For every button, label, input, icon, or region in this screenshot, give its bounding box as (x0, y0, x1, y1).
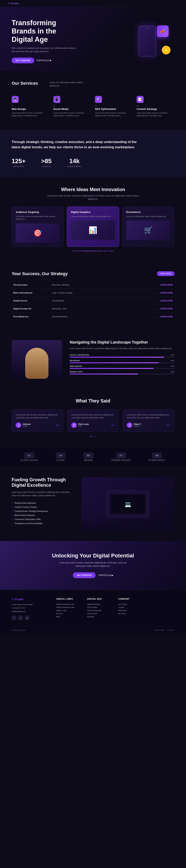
client-4: Digital Escape Art (11, 305, 51, 312)
unlock-get-started-button[interactable]: GET STARTED (73, 572, 95, 578)
ideas-cta-link[interactable]: Get custom Digital Marketing service. Ge… (74, 250, 114, 252)
testimonial-card-1: Lorem ipsum dolor sit amet, consectetur … (11, 409, 63, 432)
footer-link[interactable]: Contact (118, 606, 143, 609)
service-name-3: SEO Optimization (95, 107, 133, 111)
navigating-title: Navigating the Digital Landscape Togethe… (70, 340, 175, 344)
footer-link[interactable]: Digital Marketing (87, 603, 113, 606)
testimonials-section: What They Said Lorem ipsum dolor sit ame… (0, 389, 186, 447)
seo-icon: 🔍 (95, 96, 102, 103)
logo-text: Creato (11, 2, 19, 5)
services-intro: Luctus nec ullamcorper mattis, pulvinar … (50, 81, 88, 87)
testimonial-text-3: Lorem ipsum dolor sit amet, consectetur … (127, 413, 170, 420)
ideas-cards-grid: Audience Targeting Ut elit tellus, luctu… (11, 207, 175, 247)
progress-fill-3 (70, 368, 153, 369)
hybrid-best-label: HYBRID BEST (149, 459, 165, 461)
learn-more-4[interactable]: LEARN MORE (160, 308, 173, 310)
footer-link[interactable]: Gallery Lines (56, 609, 81, 612)
logo-symbol: ✦ (8, 2, 10, 5)
footer-link[interactable]: Blog Posts (118, 609, 143, 612)
service-seo: 🔍 03 SEO Optimization Lorem ipsum dolor … (95, 93, 133, 120)
client-3: Global Secure (11, 297, 51, 305)
site-logo[interactable]: ✦ Creato (8, 2, 19, 5)
footer-logo-symbol: ✦ (11, 598, 14, 601)
twitter-icon[interactable]: t (18, 616, 23, 620)
learn-more-3[interactable]: LEARN MORE (160, 300, 173, 302)
ultra-label: ULTRA (57, 459, 65, 461)
footer-link[interactable]: Services (56, 612, 81, 615)
author-name-1: Johnson (23, 423, 31, 425)
footer-link[interactable]: Branding (87, 615, 113, 618)
testimonial-card-3: Lorem ipsum dolor sit amet, consectetur … (123, 409, 175, 432)
service-web-design: 🖥️ 01 Web Design Lorem ipsum dolor sit a… (11, 93, 50, 120)
service-4: Marketing, SEO (51, 305, 124, 312)
navigating-desc: Lorem ipsum dolor sit amet, consectetur … (70, 347, 175, 350)
footer-digital-seo: Digital SEO Digital Marketing SEO Booste… (87, 598, 113, 620)
dot-3[interactable] (95, 436, 96, 437)
stat-clients: >85 CLIENTS (41, 157, 52, 167)
footer-brand: ✦ Creato Lorem ipsum, Avenue Main +1 (23… (11, 598, 51, 620)
terms-link[interactable]: Our Terms (167, 629, 175, 631)
footer-col-heading-1: Useful Links (56, 598, 81, 600)
idea-desc-audience: Ut elit tellus, luctus nec ullamcorper m… (16, 215, 60, 221)
facebook-icon[interactable]: f (11, 616, 16, 620)
where-ideas-subtitle: Lorem ipsum dolor sit amet, consectetur … (44, 194, 142, 201)
footer-grid: ✦ Creato Lorem ipsum, Avenue Main +1 (23… (11, 598, 175, 620)
author-company-2: Meta (78, 425, 89, 427)
progress-web-design: WEB DESIGN 80% (70, 365, 175, 369)
brand-logo-box: BR (84, 453, 93, 458)
get-started-button[interactable]: GET STARTED (11, 58, 34, 63)
footer-contact: Lorem ipsum, Avenue Main +1 (234) 567 78… (11, 603, 51, 613)
author-avatar-2: P (71, 423, 77, 428)
learn-more-2[interactable]: LEARN MORE (160, 292, 173, 294)
portfolio-button[interactable]: PORTFOLIO ▶ (37, 59, 51, 62)
navbar: ✦ Creato (0, 0, 186, 7)
footer-col-heading-3: Company (118, 598, 143, 600)
author-details-3: Claire T. LinkedIn (134, 423, 141, 427)
ecommerce-visual: 🛒 (126, 220, 170, 240)
footer-link[interactable]: Our Team (118, 612, 143, 615)
view-more-button[interactable]: VIEW MORE (157, 271, 175, 276)
instagram-icon[interactable]: in (25, 616, 29, 620)
author-avatar-3: C (127, 423, 132, 428)
author-avatar-1: J (16, 423, 21, 428)
footer-link[interactable]: Pelham Wickshire View (56, 603, 81, 606)
author-info-1: J Johnson Google (16, 423, 31, 428)
brand-ultra-clean: UC ULTRA CLEAN (21, 453, 38, 461)
content-strategy-icon: 📝 (136, 96, 144, 103)
person-silhouette (25, 348, 49, 379)
footer-links-list-3: Our Clients Contact Blog Posts Our Team (118, 603, 143, 615)
unlock-portfolio-button[interactable]: PORTFOLIO ▶ (99, 574, 113, 577)
client-2: Metro International (11, 289, 51, 297)
dot-1[interactable] (90, 436, 91, 437)
dot-2[interactable] (92, 436, 94, 437)
stars-2: ★★ (111, 424, 115, 426)
learn-more-1[interactable]: LEARN MORE (160, 284, 173, 286)
testimonial-author-2: P Peter Louis Meta ★★ (71, 423, 115, 428)
stat-projects: 125+ PROJECTS (11, 157, 26, 167)
footer-link[interactable]: Blog (56, 615, 81, 618)
navigating-section: Navigating the Digital Landscape Togethe… (0, 330, 186, 389)
footer-link[interactable]: Social Media (87, 612, 113, 615)
footer-link[interactable]: Pelham Wickshire View (56, 606, 81, 609)
footer-logo-text: Creato (15, 598, 23, 601)
footer-policy-links: Privacy Policy Our Terms (154, 629, 175, 631)
stars-3: ★★ (167, 424, 170, 426)
service-desc-4: Lorem ipsum dolor sit amet, consectetur … (136, 112, 175, 117)
idea-desc-analytics: Luctus nec ullamcorper mattis, pulvinar … (71, 215, 115, 218)
brand-label: BRAND (84, 459, 93, 461)
footer-link[interactable]: Our Clients (118, 603, 143, 606)
footer-link[interactable]: Web Development (87, 609, 113, 612)
progress-bg-4 (70, 374, 175, 374)
table-row: Digital Escape Art Marketing, SEO LEARN … (11, 305, 175, 312)
services-title: Our Services (11, 81, 38, 87)
footer-phone: +1 (234) 567 789 (11, 606, 51, 610)
hero-subtitle: With a blend of creativity and innovatio… (11, 46, 78, 53)
service-1: Branding, Website (51, 281, 124, 289)
progress-fill-2 (70, 362, 159, 363)
footer-link[interactable]: SEO Booster (87, 606, 113, 609)
learn-more-5[interactable]: LEARN MORE (160, 316, 173, 318)
list-item: Comprehensive Strategy Development (11, 509, 73, 513)
author-name-2: Peter Louis (78, 423, 89, 425)
privacy-policy-link[interactable]: Privacy Policy (154, 629, 164, 631)
testimonial-text-2: Lorem ipsum dolor sit amet, consectetur … (71, 413, 115, 420)
